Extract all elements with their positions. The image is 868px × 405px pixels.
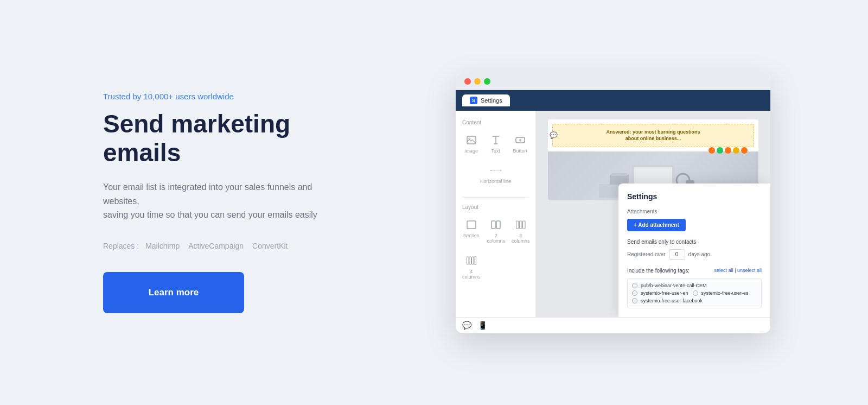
button-icon: [514, 134, 526, 146]
send-emails-label: Send emails only to contacts: [627, 239, 762, 245]
svg-rect-8: [496, 221, 500, 229]
text-label: Text: [491, 148, 500, 154]
svg-rect-11: [522, 221, 525, 229]
registered-text: Registered over: [627, 251, 666, 257]
browser-titlebar: S Settings: [456, 90, 770, 111]
section-label: Section: [463, 233, 480, 238]
svg-point-1: [469, 138, 470, 140]
svg-rect-13: [469, 257, 471, 264]
svg-rect-20: [611, 173, 627, 176]
tab-s-icon: S: [470, 97, 477, 104]
layout-section-label: Layout: [456, 204, 535, 214]
tag-radio-2[interactable]: [693, 290, 698, 296]
svg-rect-19: [610, 175, 629, 185]
settings-overlay: Settings Attachments + Add attachment Se…: [618, 183, 770, 317]
tag-row-2: systemio-free-user-en systemio-free-user…: [632, 290, 757, 296]
settings-title: Settings: [627, 192, 762, 201]
content-section-label: Content: [456, 119, 535, 130]
page: Trusted by 10,000+ users worldwide Send …: [0, 0, 868, 405]
browser-tab[interactable]: S Settings: [462, 94, 510, 106]
panel-four-col-item[interactable]: 4 columns: [460, 250, 483, 284]
replaces-section: Replaces : Mailchimp ActiveCampaign Conv…: [103, 242, 336, 250]
select-all-link[interactable]: select all: [714, 268, 733, 273]
replaces-items: Mailchimp ActiveCampaign ConvertKit: [145, 242, 288, 250]
notification-emoji: 💬: [550, 131, 558, 140]
replaces-convertkit: ConvertKit: [252, 242, 288, 250]
panel-divider-item[interactable]: Horizontal line: [460, 160, 531, 188]
svg-rect-15: [474, 257, 476, 264]
svg-point-5: [500, 169, 501, 170]
description: Your email list is integrated into your …: [103, 180, 336, 222]
divider-label: Horizontal line: [480, 179, 511, 184]
tag-radio-1[interactable]: [632, 290, 637, 296]
panel-divider: [462, 197, 529, 198]
svg-rect-10: [519, 221, 522, 229]
email-notification-banner: 💬 Answered: your most burning questionsa…: [552, 124, 755, 147]
four-col-label: 4 columns: [462, 269, 481, 280]
registered-days-input[interactable]: [669, 249, 685, 260]
four-col-icon: [465, 255, 477, 267]
replaces-label: Replaces :: [103, 242, 139, 250]
editor-panel: Content Image: [456, 111, 536, 317]
attachments-label: Attachments: [627, 208, 762, 214]
left-section: Trusted by 10,000+ users worldwide Send …: [0, 59, 380, 346]
tag-radio-0[interactable]: [632, 283, 637, 288]
trusted-label: Trusted by 10,000+ users worldwide: [103, 92, 336, 101]
close-dot: [464, 78, 471, 85]
replaces-mailchimp: Mailchimp: [145, 242, 180, 250]
section-icon: [465, 219, 477, 231]
tag-item-0: pub/b-webinar-vente-call-CEM: [632, 283, 757, 288]
tag-item-1: systemio-free-user-en: [632, 290, 688, 296]
add-attachment-button[interactable]: + Add attachment: [627, 219, 686, 231]
registered-row: Registered over days ago: [627, 249, 762, 260]
browser-mockup: S Settings Content: [456, 73, 770, 333]
panel-three-col-item[interactable]: 3 columns: [509, 214, 532, 248]
unselect-all-link[interactable]: unselect all: [737, 268, 762, 273]
notification-text: Answered: your most burning questionsabo…: [606, 129, 700, 142]
panel-button-item[interactable]: Button: [509, 130, 531, 158]
panel-two-col-item[interactable]: 2 columns: [485, 214, 508, 248]
two-col-label: 2 columns: [487, 233, 506, 244]
tag-radio-3[interactable]: [632, 298, 637, 303]
maximize-dot: [484, 78, 490, 85]
tag-label-3: systemio-free-user-facebook: [641, 298, 703, 303]
main-heading: Send marketing emails: [103, 110, 336, 167]
two-col-icon: [490, 219, 502, 231]
image-icon: [465, 134, 477, 146]
tags-section-label: Include the following tags:: [627, 268, 690, 274]
divider-icon: [490, 164, 502, 176]
panel-section-item[interactable]: Section: [460, 214, 483, 248]
minimize-dot: [474, 78, 481, 85]
right-section: S Settings Content: [380, 51, 868, 355]
panel-image-item[interactable]: Image: [460, 130, 482, 158]
email-preview-area: 💬 Answered: your most burning questionsa…: [536, 111, 770, 317]
content-grid: Image Text: [456, 130, 535, 197]
svg-point-3: [490, 169, 492, 170]
svg-rect-12: [467, 257, 469, 264]
mobile-icon: 💬: [462, 321, 471, 330]
image-label: Image: [464, 148, 478, 154]
tags-header: Include the following tags: select all |…: [627, 268, 762, 274]
tags-links: select all | unselect all: [714, 268, 762, 273]
three-col-label: 3 columns: [512, 233, 530, 244]
browser-footer: 💬 📱: [456, 317, 770, 333]
replaces-activecampaign: ActiveCampaign: [188, 242, 244, 250]
tablet-icon: 📱: [478, 321, 487, 330]
traffic-lights: [464, 78, 490, 85]
button-label: Button: [513, 148, 527, 154]
tag-item-3: systemio-free-user-facebook: [632, 298, 757, 303]
days-ago-text: days ago: [688, 251, 711, 257]
svg-rect-9: [516, 221, 519, 229]
tag-label-0: pub/b-webinar-vente-call-CEM: [641, 283, 707, 288]
tag-label-2: systemio-free-user-es: [701, 290, 749, 296]
browser-content: Content Image: [456, 111, 770, 317]
tag-label-1: systemio-free-user-en: [641, 290, 688, 296]
svg-rect-14: [471, 257, 474, 264]
learn-more-button[interactable]: Learn more: [103, 272, 244, 313]
panel-text-item[interactable]: Text: [484, 130, 507, 158]
svg-rect-7: [492, 221, 495, 229]
svg-rect-6: [467, 221, 476, 229]
tags-list: pub/b-webinar-vente-call-CEM systemio-fr…: [627, 278, 762, 308]
tab-label: Settings: [481, 97, 502, 104]
three-col-icon: [515, 219, 527, 231]
